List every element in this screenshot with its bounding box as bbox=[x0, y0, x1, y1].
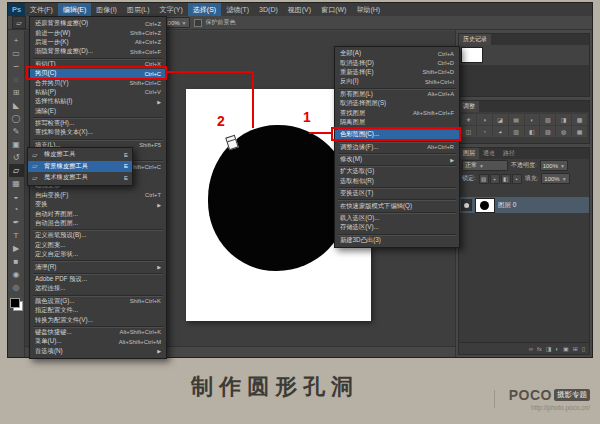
menu-item[interactable]: 定义画笔预设(B)... bbox=[30, 231, 166, 240]
menubar-item[interactable]: 图层(L) bbox=[122, 3, 155, 16]
menubar-item[interactable]: 选择(S) bbox=[188, 3, 221, 16]
flyout-item[interactable]: ▱魔术橡皮擦工具E bbox=[28, 172, 132, 184]
marquee-tool[interactable]: ▭ bbox=[9, 47, 24, 60]
zoom-tool[interactable]: ◎ bbox=[9, 281, 24, 294]
hand-tool[interactable]: ◉ bbox=[9, 268, 24, 281]
menubar-item[interactable]: 帮助(H) bbox=[351, 3, 385, 16]
layers-bottom-icon[interactable]: fx bbox=[537, 346, 542, 352]
menu-item[interactable]: 合并拷贝(Y)Shift+Ctrl+C bbox=[30, 78, 166, 87]
menu-item[interactable]: 调整边缘(F)...Alt+Ctrl+R bbox=[335, 143, 459, 152]
menu-item[interactable]: 取消选择图层(S) bbox=[335, 99, 459, 108]
protect-foreground-checkbox[interactable] bbox=[194, 19, 202, 27]
tab-adjustments[interactable]: 调整 bbox=[459, 101, 479, 112]
menu-item[interactable]: 键盘快捷键...Alt+Shift+Ctrl+K bbox=[30, 328, 166, 337]
menu-item[interactable]: 重新选择(E)Shift+Ctrl+D bbox=[335, 68, 459, 77]
menu-item[interactable]: 菜单(U)...Alt+Shift+Ctrl+M bbox=[30, 337, 166, 346]
menu-item[interactable]: 清理(R)▶ bbox=[30, 262, 166, 271]
menu-item[interactable]: 载入选区(O)... bbox=[335, 214, 459, 223]
menu-item[interactable]: 颜色设置(G)...Shift+Ctrl+K bbox=[30, 297, 166, 306]
color-swatches[interactable] bbox=[10, 298, 23, 311]
layers-bottom-icon[interactable]: ∞ bbox=[529, 346, 533, 352]
tab-layers-active[interactable]: 图层 bbox=[459, 148, 479, 159]
adjustment-icon[interactable]: ▦ bbox=[572, 126, 587, 137]
tab-layers[interactable]: 路径 bbox=[499, 148, 519, 159]
quick-select-tool[interactable]: ◌ bbox=[9, 73, 24, 86]
menu-item[interactable]: 选择性粘贴(I)▶ bbox=[30, 97, 166, 106]
type-tool[interactable]: T bbox=[9, 229, 24, 242]
gradient-tool[interactable]: ▦ bbox=[9, 177, 24, 190]
path-select-tool[interactable]: ▶ bbox=[9, 242, 24, 255]
current-tool-icon[interactable]: ▱ bbox=[12, 16, 26, 29]
lock-icon[interactable]: + bbox=[490, 174, 500, 184]
fill-dropdown[interactable]: 100%▼ bbox=[541, 173, 569, 184]
menu-item[interactable]: 自动混合图层... bbox=[30, 219, 166, 228]
menu-item[interactable]: 变换▶ bbox=[30, 200, 166, 209]
menubar-item[interactable]: 3D(D) bbox=[254, 3, 283, 16]
menu-item[interactable]: 在快速蒙版模式下编辑(Q) bbox=[335, 201, 459, 210]
eyedropper-tool[interactable]: ◣ bbox=[9, 99, 24, 112]
menu-item[interactable]: 渐隐背景橡皮擦(D)...Shift+Ctrl+F bbox=[30, 47, 166, 56]
crop-tool[interactable]: ⊞ bbox=[9, 86, 24, 99]
menu-item[interactable]: 还原背景橡皮擦(O)Ctrl+Z bbox=[30, 19, 166, 28]
menubar-item[interactable]: 文件(F) bbox=[25, 3, 58, 16]
adjustment-icon[interactable]: ▨ bbox=[540, 126, 555, 137]
menu-item[interactable]: 存储选区(V)... bbox=[335, 223, 459, 232]
tab-layers[interactable]: 通道 bbox=[479, 148, 499, 159]
layers-bottom-icon[interactable]: ◨ bbox=[546, 345, 552, 352]
menu-item[interactable]: 自由变换(F)Ctrl+T bbox=[30, 191, 166, 200]
menu-item[interactable]: 隔离图层 bbox=[335, 118, 459, 127]
menubar-item[interactable]: 编辑(E) bbox=[58, 3, 91, 16]
menu-item[interactable]: 选取相似(R) bbox=[335, 177, 459, 186]
adjustment-icon[interactable]: ◧ bbox=[525, 126, 540, 137]
pen-tool[interactable]: ✒ bbox=[9, 216, 24, 229]
adjustment-icon[interactable]: ▥ bbox=[509, 126, 524, 137]
menu-item[interactable]: 前进一步(W)Shift+Ctrl+Z bbox=[30, 28, 166, 37]
history-snapshot-row[interactable] bbox=[459, 45, 589, 65]
menubar-item[interactable]: 滤镜(T) bbox=[221, 3, 254, 16]
lasso-tool[interactable]: ∽ bbox=[9, 60, 24, 73]
adjustment-icon[interactable]: ◕ bbox=[493, 126, 508, 137]
menu-item[interactable]: 新建3D凸出(3) bbox=[335, 236, 459, 245]
menu-item[interactable]: 后退一步(K)Alt+Ctrl+Z bbox=[30, 38, 166, 47]
shape-tool[interactable]: ■ bbox=[9, 255, 24, 268]
menu-item[interactable]: 查找图层Alt+Shift+Ctrl+F bbox=[335, 108, 459, 117]
flyout-item[interactable]: ▱背景橡皮擦工具E bbox=[28, 161, 132, 173]
blur-tool[interactable]: ◒ bbox=[9, 190, 24, 203]
menubar-item[interactable]: 图像(I) bbox=[91, 3, 122, 16]
menu-item[interactable]: Adobe PDF 预设... bbox=[30, 275, 166, 284]
adjustment-icon[interactable]: ◐ bbox=[525, 114, 540, 125]
adjustment-icon[interactable]: ▧ bbox=[540, 114, 555, 125]
lock-icon[interactable]: ◧ bbox=[501, 174, 511, 184]
menu-item[interactable]: 变换选区(T) bbox=[335, 189, 459, 198]
adjustment-icon[interactable]: ◑ bbox=[477, 114, 492, 125]
menu-item[interactable]: 拼写检查(H)... bbox=[30, 119, 166, 128]
adjustment-icon[interactable]: ◫ bbox=[461, 126, 476, 137]
layers-bottom-icon[interactable]: ◐ bbox=[555, 346, 559, 352]
lock-icon[interactable]: ▪ bbox=[512, 174, 522, 184]
clone-stamp-tool[interactable]: ▣ bbox=[9, 138, 24, 151]
brush-tool[interactable]: ✎ bbox=[9, 125, 24, 138]
menu-item[interactable]: 定义图案... bbox=[30, 241, 166, 250]
menubar-item[interactable]: 视图(V) bbox=[283, 3, 316, 16]
menubar-item[interactable]: 窗口(W) bbox=[316, 3, 351, 16]
menu-item[interactable]: 所有图层(L)Alt+Ctrl+A bbox=[335, 90, 459, 99]
menu-item[interactable]: 定义自定形状... bbox=[30, 250, 166, 259]
menu-item[interactable]: 指定配置文件... bbox=[30, 306, 166, 315]
menu-item[interactable]: 自动对齐图层... bbox=[30, 209, 166, 218]
eraser-tool[interactable]: ▱ bbox=[9, 164, 24, 177]
visibility-eye-icon[interactable] bbox=[461, 199, 472, 211]
adjustment-icon[interactable]: ◍ bbox=[556, 126, 571, 137]
move-tool[interactable]: + bbox=[9, 34, 24, 47]
foreground-color-swatch[interactable] bbox=[10, 298, 20, 308]
history-brush-tool[interactable]: ↺ bbox=[9, 151, 24, 164]
menu-item[interactable]: 修改(M)▶ bbox=[335, 155, 459, 164]
adjustment-icon[interactable]: ▤ bbox=[509, 114, 524, 125]
layers-bottom-icon[interactable]: ⊞ bbox=[573, 345, 578, 352]
menu-item[interactable]: 清除(E) bbox=[30, 107, 166, 116]
flyout-item[interactable]: ▱橡皮擦工具E bbox=[28, 149, 132, 161]
blend-mode-dropdown[interactable]: 正常▼ bbox=[462, 160, 508, 171]
layer-row[interactable]: 图层 0 bbox=[459, 197, 589, 213]
adjustment-icon[interactable]: ◔ bbox=[477, 126, 492, 137]
brand-url[interactable]: http://photo.poco.cn/ bbox=[509, 404, 590, 411]
healing-tool[interactable]: ◯ bbox=[9, 112, 24, 125]
